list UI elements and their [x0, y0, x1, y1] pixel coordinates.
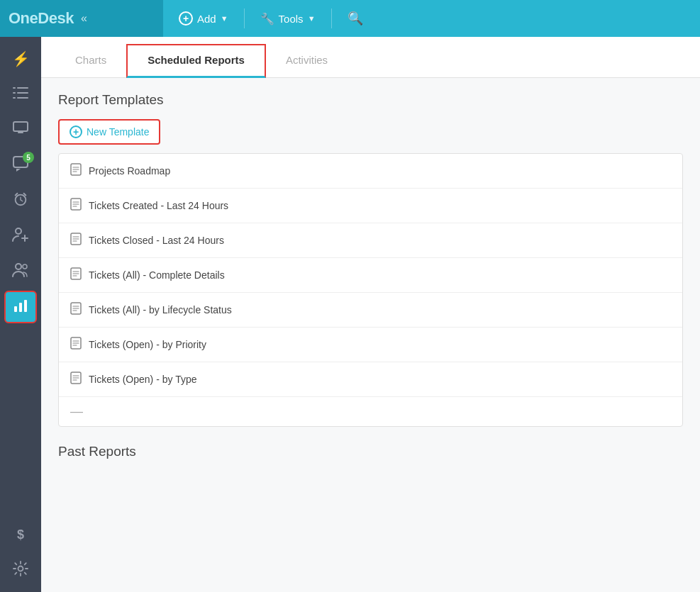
tab-charts-label: Charts [75, 54, 106, 66]
template-item-projects-roadmap[interactable]: Projects Roadmap [59, 154, 682, 189]
template-item-tickets-closed[interactable]: Tickets Closed - Last 24 Hours [59, 223, 682, 258]
chart-bar-icon [13, 298, 28, 317]
document-icon-3 [70, 233, 82, 248]
monitor-icon [13, 121, 28, 139]
logo-desk: Desk [38, 9, 74, 27]
svg-point-17 [18, 566, 23, 571]
document-icon-6 [70, 337, 82, 352]
svg-rect-14 [14, 306, 17, 312]
dollar-icon: $ [17, 527, 24, 542]
collapse-button[interactable]: « [81, 12, 87, 25]
tab-activities-label: Activities [286, 54, 328, 66]
new-template-label: New Template [87, 126, 149, 138]
svg-rect-6 [13, 122, 28, 131]
template-item-tickets-all-details[interactable]: Tickets (All) - Complete Details [59, 258, 682, 293]
alarm-icon [13, 191, 28, 211]
logo-one: One [9, 9, 38, 27]
svg-point-11 [16, 228, 21, 234]
tab-scheduled-reports-label: Scheduled Reports [148, 54, 245, 66]
svg-point-13 [23, 264, 27, 269]
template-more-indicator: — [59, 397, 682, 426]
new-template-button[interactable]: + New Template [58, 119, 160, 145]
add-button[interactable]: + Add ▼ [169, 7, 238, 30]
users-add-icon [12, 227, 29, 246]
svg-rect-8 [19, 131, 22, 133]
document-icon-2 [70, 198, 82, 213]
template-item-tickets-created[interactable]: Tickets Created - Last 24 Hours [59, 189, 682, 223]
svg-rect-0 [13, 87, 16, 89]
sidebar-item-users-add[interactable] [4, 220, 37, 252]
sidebar: ⚡ 5 [0, 37, 41, 592]
template-label-4: Tickets (All) - Complete Details [89, 269, 225, 281]
template-label-2: Tickets Created - Last 24 Hours [89, 200, 228, 211]
sidebar-item-users[interactable] [4, 255, 37, 288]
top-nav: OneDesk « + Add ▼ 🔧 Tools ▼ 🔍 [0, 0, 700, 37]
sidebar-item-alarm[interactable] [4, 184, 37, 217]
svg-rect-3 [17, 92, 28, 94]
lightning-icon: ⚡ [12, 50, 30, 67]
sidebar-item-monitor[interactable] [4, 113, 37, 146]
template-item-tickets-open-priority[interactable]: Tickets (Open) - by Priority [59, 328, 682, 362]
tab-scheduled-reports[interactable]: Scheduled Reports [126, 44, 266, 78]
sidebar-item-settings[interactable] [4, 554, 37, 586]
gear-icon [13, 561, 28, 580]
svg-rect-15 [19, 303, 22, 312]
sidebar-item-lightning[interactable]: ⚡ [4, 43, 37, 75]
chat-badge: 5 [23, 152, 34, 163]
report-templates-title: Report Templates [58, 92, 683, 108]
new-template-plus-icon: + [70, 125, 82, 138]
document-icon-5 [70, 302, 82, 318]
sidebar-item-list[interactable] [4, 78, 37, 111]
search-button[interactable]: 🔍 [338, 6, 373, 30]
template-label-1: Projects Roadmap [89, 165, 170, 177]
template-label-6: Tickets (Open) - by Priority [89, 339, 206, 350]
sidebar-item-chat[interactable]: 5 [4, 149, 37, 181]
svg-rect-5 [17, 97, 28, 99]
search-icon: 🔍 [348, 11, 363, 26]
tools-button[interactable]: 🔧 Tools ▼ [250, 8, 326, 30]
svg-point-12 [16, 264, 21, 269]
nav-divider-2 [331, 9, 332, 28]
logo-area: OneDesk « [0, 0, 163, 37]
template-label-7: Tickets (Open) - by Type [89, 374, 197, 385]
add-chevron-icon: ▼ [221, 14, 228, 23]
users-icon [12, 262, 29, 281]
logo: OneDesk [9, 9, 74, 28]
tools-wrench-icon: 🔧 [260, 12, 274, 26]
tabs-bar: Charts Scheduled Reports Activities [41, 37, 700, 78]
list-icon [13, 86, 28, 102]
document-icon-7 [70, 372, 82, 387]
add-icon: + [179, 11, 193, 26]
template-item-tickets-open-type[interactable]: Tickets (Open) - by Type [59, 362, 682, 397]
document-icon-1 [70, 163, 82, 179]
svg-rect-1 [17, 87, 28, 89]
nav-divider-1 [244, 9, 245, 28]
sidebar-item-billing[interactable]: $ [4, 518, 37, 551]
template-label-3: Tickets Closed - Last 24 Hours [89, 235, 224, 246]
page-content: Report Templates + New Template Projects… [41, 78, 700, 592]
tab-activities[interactable]: Activities [266, 45, 348, 78]
document-icon-4 [70, 267, 82, 283]
template-label-5: Tickets (All) - by Lifecycle Status [89, 304, 232, 315]
sidebar-item-chart[interactable] [4, 291, 37, 323]
add-label: Add [197, 13, 216, 25]
svg-rect-4 [13, 97, 16, 99]
tools-label: Tools [279, 13, 304, 25]
content-area: Charts Scheduled Reports Activities Repo… [41, 37, 700, 592]
templates-list: Projects Roadmap Tickets Created - Last … [58, 153, 683, 427]
tab-charts[interactable]: Charts [55, 45, 126, 78]
svg-rect-16 [24, 300, 27, 312]
main-layout: ⚡ 5 [0, 37, 700, 592]
tools-chevron-icon: ▼ [308, 14, 316, 23]
template-item-tickets-all-lifecycle[interactable]: Tickets (All) - by Lifecycle Status [59, 293, 682, 328]
nav-actions: + Add ▼ 🔧 Tools ▼ 🔍 [163, 6, 379, 30]
past-reports-title: Past Reports [58, 444, 683, 459]
svg-rect-2 [13, 92, 16, 94]
